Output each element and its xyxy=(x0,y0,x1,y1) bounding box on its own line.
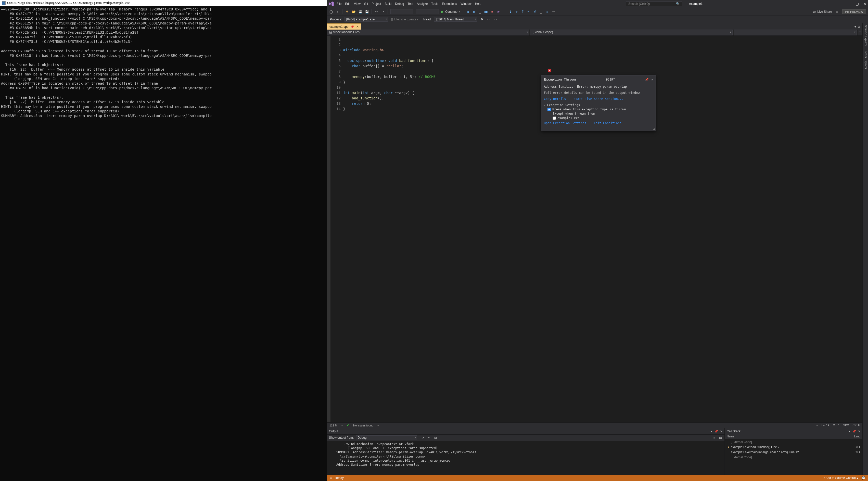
lifecycle-events[interactable]: ▦ Lifecycle Events ▾ xyxy=(391,18,418,21)
callstack-row[interactable]: [External Code] xyxy=(725,440,862,445)
add-source-control[interactable]: ↑ Add to Source Control ▴ xyxy=(824,476,858,480)
stackframe-icon[interactable]: ▭ xyxy=(487,17,491,22)
issues-text[interactable]: No issues found xyxy=(353,424,373,427)
console-titlebar[interactable]: C:\MSDN\cpp-docs-pr\docs\c-language\ASAN… xyxy=(0,0,327,6)
close-button[interactable]: ✕ xyxy=(863,2,866,6)
snapshot-icon[interactable]: ⎙ xyxy=(533,10,537,14)
show-next-icon[interactable]: → xyxy=(502,10,506,14)
panel-pin-icon[interactable]: 📌 xyxy=(714,430,718,433)
console-output[interactable]: ==8264==ERROR: AddressSanitizer: memcpy-… xyxy=(0,6,327,119)
cs-pin-icon[interactable]: 📌 xyxy=(852,430,856,433)
menu-analyze[interactable]: Analyze xyxy=(417,2,428,6)
liveshare-button[interactable]: ⇄ Live Share xyxy=(813,10,832,13)
menu-help[interactable]: Help xyxy=(475,2,482,6)
open-icon[interactable]: 📂 xyxy=(352,10,356,14)
windows-icon[interactable]: ⊞ xyxy=(466,10,470,14)
restart-icon[interactable]: ⟳ xyxy=(496,10,500,14)
callstack-body[interactable]: [External Code]➔example1.exe!bad_functio… xyxy=(725,440,862,475)
col-indicator[interactable]: Ch: 1 xyxy=(833,424,839,427)
menu-window[interactable]: Window xyxy=(461,2,471,6)
tab-settings-icon[interactable]: ⚙ xyxy=(858,25,860,29)
nav-scope-left[interactable]: ▤ Miscellaneous Files xyxy=(327,30,529,35)
copy-details-link[interactable]: Copy Details xyxy=(544,97,566,101)
line-indicator[interactable]: Ln: 14 xyxy=(822,424,830,427)
nav-back-icon[interactable]: ◯ xyxy=(329,10,333,14)
threads-icon[interactable]: ≡ xyxy=(545,10,549,14)
menu-edit[interactable]: Edit xyxy=(345,2,350,6)
exception-settings-header[interactable]: Exception Settings xyxy=(544,103,653,107)
document-tab-example1[interactable]: example1.cpp 📌 ✕ xyxy=(327,24,361,30)
callstack-row[interactable]: [External Code] xyxy=(725,455,862,460)
menu-project[interactable]: Project xyxy=(372,2,381,6)
callstack-row[interactable]: example1.exe!main(int argc, char * * arg… xyxy=(725,450,862,455)
menu-file[interactable]: File xyxy=(337,2,341,6)
step-into-icon[interactable]: ⤓ xyxy=(508,10,513,14)
config-dropdown[interactable] xyxy=(391,9,413,14)
exception-pin-icon[interactable]: 📌 xyxy=(645,78,649,81)
open-exception-settings-link[interactable]: Open Exception Settings xyxy=(544,121,586,125)
exception-pin-icon[interactable]: �519? xyxy=(606,78,615,81)
output-opt-icon[interactable]: ▦ xyxy=(718,436,722,440)
menu-extensions[interactable]: Extensions xyxy=(442,2,457,6)
stop-icon[interactable]: ■ xyxy=(490,10,494,14)
except-item-checkbox[interactable] xyxy=(553,117,556,120)
split-icon[interactable]: ╪ xyxy=(858,30,862,35)
code-editor[interactable]: 1234567891011121314 #include <string.h> … xyxy=(327,36,862,422)
saveall-icon[interactable]: 💾 xyxy=(365,10,369,14)
stackframe2-icon[interactable]: ▭ xyxy=(493,17,497,22)
output-clear-icon[interactable]: ✕ xyxy=(421,436,425,440)
step-over-icon[interactable]: ⤼ xyxy=(515,10,519,14)
menu-git[interactable]: Git xyxy=(364,2,368,6)
cs-close-icon[interactable]: ✕ xyxy=(858,430,860,433)
exception-close-icon[interactable]: ✕ xyxy=(651,78,653,81)
continue-button[interactable]: ▶ Continue ▾ xyxy=(441,10,460,13)
panel-dropdown-icon[interactable]: ▾ xyxy=(711,430,712,433)
save-icon[interactable]: 💾 xyxy=(358,10,362,14)
cs-dropdown-icon[interactable]: ▾ xyxy=(849,430,850,433)
new-icon[interactable]: ✚ xyxy=(345,10,349,14)
nav-fwd-icon[interactable]: ▸ xyxy=(336,10,340,14)
output-from-combo[interactable]: Debug xyxy=(356,436,417,440)
tools-icon[interactable]: ⋯ xyxy=(551,10,555,14)
thread-combo[interactable]: [33644] Main Thread xyxy=(434,17,477,22)
menu-view[interactable]: View xyxy=(354,2,361,6)
feedback-icon[interactable]: ☺ xyxy=(835,10,839,14)
notifications-icon[interactable]: 💬 xyxy=(862,476,865,480)
error-glyph-icon[interactable]: ✕ xyxy=(548,69,551,72)
indent-indicator[interactable]: SPC xyxy=(843,424,849,427)
process-combo[interactable]: [8264] example1.exe xyxy=(344,17,388,22)
menu-tools[interactable]: Tools xyxy=(431,2,438,6)
output-goto-icon[interactable]: ≡ xyxy=(712,436,716,440)
resize-grip-icon[interactable]: ◢ xyxy=(541,127,656,131)
nav-scope-right[interactable]: (Global Scope) xyxy=(530,30,732,35)
search-box[interactable]: Search (Ctrl+Q) 🔍 xyxy=(626,1,682,6)
eol-indicator[interactable]: CRLF xyxy=(852,424,860,427)
callstack-row[interactable]: ➔example1.exe!bad_function() Line 7C++ xyxy=(725,445,862,450)
output-wrap-icon[interactable]: ↵ xyxy=(427,436,431,440)
tab-close-icon[interactable]: ✕ xyxy=(356,25,359,29)
output-body[interactable]: unwind mechanism, swapcontext or vfork (… xyxy=(327,441,724,475)
edit-conditions-link[interactable]: Edit Conditions xyxy=(594,121,621,125)
pause-icon[interactable]: ▮▮ xyxy=(484,10,488,14)
nav-scope-member[interactable] xyxy=(734,30,857,35)
flag-icon[interactable]: ⚑ xyxy=(480,17,484,22)
menu-build[interactable]: Build xyxy=(385,2,392,6)
toolwindow-tab-team-explorer[interactable]: Team Explorer xyxy=(863,51,867,69)
output-find-icon[interactable]: ⊟ xyxy=(433,436,438,440)
toolwindow-tab-solution-explorer[interactable]: Solution Explorer xyxy=(863,25,867,46)
output-tab[interactable]: Output xyxy=(329,429,338,433)
panel-close-icon[interactable]: ✕ xyxy=(720,430,722,433)
menu-test[interactable]: Test xyxy=(408,2,413,6)
pin-icon[interactable]: 📌 xyxy=(351,25,354,29)
cs-col-lang[interactable]: Lang xyxy=(854,435,860,439)
redo-icon[interactable]: ↷ xyxy=(381,10,385,14)
callstack-tab[interactable]: Call Stack xyxy=(727,429,741,433)
start-liveshare-link[interactable]: Start Live Share session... xyxy=(574,97,623,101)
hex-icon[interactable]: ▦ xyxy=(472,10,476,14)
vs-titlebar[interactable]: FileEditViewGitProjectBuildDebugTestAnal… xyxy=(327,0,868,8)
zoom-level[interactable]: 111 % xyxy=(330,424,337,427)
tab-dropdown-icon[interactable]: ▾ xyxy=(855,25,856,29)
maximize-button[interactable]: ▢ xyxy=(856,2,859,6)
cs-col-name[interactable]: Name xyxy=(727,435,734,439)
break-checkbox[interactable] xyxy=(548,108,551,111)
